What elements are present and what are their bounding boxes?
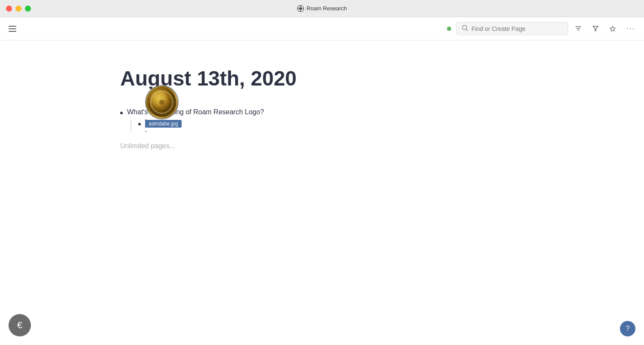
search-icon — [462, 25, 468, 32]
filter-icon — [575, 25, 582, 32]
status-dot — [447, 27, 451, 31]
svg-point-9 — [152, 92, 172, 113]
maximize-button[interactable] — [25, 6, 31, 12]
funnel-icon — [592, 25, 599, 32]
unlimited-text: Unlimited pages... — [120, 142, 610, 150]
toolbar: ··· — [0, 17, 644, 40]
astrolabe-svg — [147, 87, 177, 118]
window-title: Roam Research — [297, 5, 347, 12]
bullet-dot-1 — [120, 112, 123, 114]
image-popup: astrolabe.jpg — [145, 85, 182, 128]
app-icon — [297, 5, 304, 12]
star-button[interactable] — [608, 24, 618, 34]
astrolabe-image — [145, 85, 179, 119]
traffic-lights — [6, 6, 31, 12]
svg-point-1 — [299, 7, 302, 9]
close-button[interactable] — [6, 6, 12, 12]
svg-point-10 — [156, 96, 168, 109]
avatar-button[interactable]: € — [9, 314, 31, 336]
page-title: August 13th, 2020 — [120, 66, 610, 91]
search-input[interactable] — [471, 25, 562, 32]
sub-bullet-container: astrolabe.jpg — [131, 119, 610, 132]
avatar-icon: € — [17, 320, 22, 331]
help-button[interactable]: ? — [620, 321, 635, 336]
star-icon — [609, 25, 616, 32]
more-icon: ··· — [626, 24, 635, 33]
funnel-button[interactable] — [590, 24, 601, 34]
toolbar-actions: ··· — [573, 22, 637, 35]
app-title-text: Roam Research — [307, 5, 347, 12]
sub-bullet-dot — [138, 123, 141, 125]
sub-bullet-line — [145, 131, 147, 132]
title-bar: Roam Research — [0, 0, 644, 17]
image-popup-wrap: astrolabe.jpg — [145, 119, 147, 132]
more-button[interactable]: ··· — [625, 22, 637, 35]
menu-button[interactable] — [7, 24, 18, 34]
filter-button[interactable] — [573, 24, 583, 34]
menu-line-1 — [9, 26, 16, 27]
help-icon: ? — [626, 325, 630, 333]
main-content: August 13th, 2020 What's the meaing of R… — [0, 40, 644, 345]
sub-bullet-item-1: astrolabe.jpg — [138, 119, 610, 132]
svg-point-11 — [159, 100, 164, 105]
bullet-list: What's the meaing of Roam Research Logo? — [120, 108, 610, 116]
minimize-button[interactable] — [15, 6, 21, 12]
svg-point-8 — [148, 88, 176, 117]
svg-line-7 — [466, 29, 468, 31]
bullet-item-1: What's the meaing of Roam Research Logo? — [120, 108, 610, 116]
menu-line-2 — [9, 28, 16, 29]
search-bar[interactable] — [456, 22, 568, 35]
menu-line-3 — [9, 31, 16, 32]
image-filename-badge: astrolabe.jpg — [145, 120, 182, 128]
